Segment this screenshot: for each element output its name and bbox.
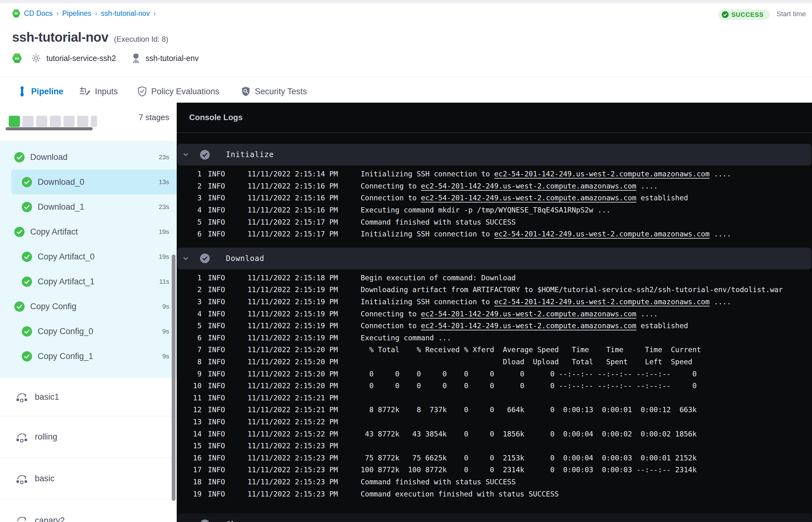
pipeline-item-label: rolling bbox=[35, 432, 57, 442]
log-level: INFO bbox=[208, 466, 225, 474]
progress-segment bbox=[50, 116, 61, 127]
log-line-number: 3 bbox=[177, 194, 202, 202]
section-gap bbox=[177, 243, 812, 248]
log-line: 11INFO11/11/2022 2:15:21 PM bbox=[177, 392, 812, 404]
service-name[interactable]: tutorial-service-ssh2 bbox=[46, 54, 116, 63]
policy-shield-icon bbox=[138, 86, 147, 97]
stage-row-download-0[interactable]: Download_013s bbox=[11, 169, 177, 195]
stages-count: 7 stages bbox=[139, 113, 169, 122]
log-timestamp: 11/11/2022 2:15:16 PM bbox=[247, 182, 338, 190]
log-line: 5INFO11/11/2022 2:15:17 PMCommand finish… bbox=[177, 216, 812, 228]
stage-row-copy-artifact-1[interactable]: Copy Artifact_111s bbox=[0, 269, 177, 294]
stage-label: Copy Artifact bbox=[30, 227, 78, 237]
log-line: 1INFO11/11/2022 2:15:18 PMBegin executio… bbox=[177, 272, 812, 284]
stages-header: 7 stages bbox=[0, 103, 177, 142]
sidebar-scrollbar[interactable] bbox=[172, 255, 176, 501]
pipeline-stage-icon bbox=[16, 392, 28, 403]
log-line-number: 15 bbox=[177, 442, 202, 450]
log-timestamp: 11/11/2022 2:15:20 PM bbox=[247, 382, 338, 390]
log-level: INFO bbox=[208, 218, 225, 226]
stage-row-copy-config-0[interactable]: Copy Config_09s bbox=[0, 319, 177, 344]
stage-row-copy-config[interactable]: Copy Config9s bbox=[0, 294, 177, 319]
window-chrome-strip bbox=[0, 0, 812, 3]
log-line-number: 17 bbox=[177, 466, 202, 474]
log-line: 4INFO11/11/2022 2:15:19 PMConnecting to … bbox=[177, 308, 812, 320]
log-level: INFO bbox=[208, 394, 225, 402]
log-section-header-cleanup[interactable]: Cleanup bbox=[177, 514, 811, 522]
stage-duration: 13s bbox=[159, 178, 169, 186]
inputs-icon bbox=[79, 86, 90, 97]
log-level: INFO bbox=[208, 322, 225, 330]
log-host-link[interactable]: ec2-54-201-142-249.us-west-2.compute.ama… bbox=[421, 322, 636, 330]
pipeline-item-rolling[interactable]: rolling bbox=[0, 416, 177, 458]
progress-segment bbox=[63, 116, 75, 127]
log-line-number: 13 bbox=[177, 418, 202, 426]
gear-icon bbox=[31, 53, 41, 63]
log-line-number: 6 bbox=[177, 230, 202, 238]
breadcrumb-link-ssh-tutorial-nov[interactable]: ssh-tutorial-nov bbox=[101, 9, 150, 18]
stages-scrollbar[interactable] bbox=[6, 127, 93, 130]
tab-policy-evaluations[interactable]: Policy Evaluations bbox=[138, 77, 219, 106]
stage-row-copy-artifact-0[interactable]: Copy Artifact_019s bbox=[0, 244, 177, 269]
log-level: INFO bbox=[208, 194, 225, 202]
log-section-header-initialize[interactable]: Initialize bbox=[177, 144, 811, 165]
log-timestamp: 11/11/2022 2:15:19 PM bbox=[247, 310, 338, 318]
log-host-link[interactable]: ec2-54-201-142-249.us-west-2.compute.ama… bbox=[421, 182, 636, 190]
log-level: INFO bbox=[208, 334, 225, 342]
log-message: Executing command mkdir -p /tmp/WYQNESE_… bbox=[361, 206, 610, 214]
log-message: Begin execution of command: Download bbox=[361, 274, 516, 282]
pipeline-item-basic[interactable]: basic bbox=[0, 458, 177, 500]
breadcrumb-link-cd-docs[interactable]: CD Docs bbox=[24, 9, 53, 18]
log-message: Connection to ec2-54-201-142-249.us-west… bbox=[361, 194, 688, 202]
log-timestamp: 11/11/2022 2:15:14 PM bbox=[247, 170, 338, 178]
log-message: Initializing SSH connection to ec2-54-20… bbox=[361, 230, 731, 238]
stage-row-download[interactable]: Download23s bbox=[0, 145, 177, 169]
log-timestamp: 11/11/2022 2:15:19 PM bbox=[247, 286, 338, 294]
log-level: INFO bbox=[208, 370, 225, 378]
pipeline-item-basic1[interactable]: basic1 bbox=[0, 378, 177, 416]
log-section-header-download[interactable]: Download bbox=[177, 248, 811, 269]
page-title-row: ssh-tutorial-nov (Execution Id: 8) bbox=[12, 30, 168, 45]
log-message: Connecting to ec2-54-201-142-249.us-west… bbox=[361, 182, 658, 190]
pipeline-execution-page: ∞ CD Docs›Pipelines›ssh-tutorial-nov› SU… bbox=[0, 0, 812, 522]
progress-segment bbox=[91, 116, 97, 127]
tab-security-tests[interactable]: Security Tests bbox=[241, 77, 307, 106]
log-host-link[interactable]: ec2-54-201-142-249.us-west-2.compute.ama… bbox=[494, 170, 709, 178]
stage-row-download-1[interactable]: Download_123s bbox=[0, 195, 177, 219]
stage-duration: 11s bbox=[159, 278, 169, 285]
chevron-right-icon[interactable] bbox=[182, 521, 189, 522]
log-level: INFO bbox=[208, 310, 225, 318]
log-host-link[interactable]: ec2-54-201-142-249.us-west-2.compute.ama… bbox=[494, 298, 709, 306]
log-host-link[interactable]: ec2-54-201-142-249.us-west-2.compute.ama… bbox=[421, 194, 636, 202]
chevron-down-icon[interactable] bbox=[182, 151, 189, 158]
log-message: Initializing SSH connection to ec2-54-20… bbox=[361, 170, 731, 178]
breadcrumb-link-pipelines[interactable]: Pipelines bbox=[62, 9, 91, 18]
log-message: 43 8772k 43 3854k 0 0 1856k 0 0:00:04 0:… bbox=[361, 430, 696, 438]
log-host-link[interactable]: ec2-54-201-142-249.us-west-2.compute.ama… bbox=[494, 230, 709, 238]
log-line: 1INFO11/11/2022 2:15:14 PMInitializing S… bbox=[177, 168, 812, 180]
success-check-icon bbox=[22, 277, 32, 287]
start-time-label: Start time bbox=[776, 10, 806, 18]
chevron-down-icon[interactable] bbox=[182, 255, 189, 262]
pipeline-item-canary2[interactable]: canary2 bbox=[0, 500, 177, 522]
log-line-number: 5 bbox=[177, 218, 202, 226]
log-line-number: 16 bbox=[177, 454, 202, 462]
log-level: INFO bbox=[208, 430, 225, 438]
log-timestamp: 11/11/2022 2:15:17 PM bbox=[247, 230, 338, 238]
stage-row-copy-config-1[interactable]: Copy Config_19s bbox=[0, 344, 177, 369]
log-timestamp: 11/11/2022 2:15:22 PM bbox=[247, 430, 338, 438]
tab-inputs[interactable]: Inputs bbox=[79, 77, 118, 106]
log-host-link[interactable]: ec2-54-201-142-249.us-west-2.compute.ama… bbox=[421, 310, 636, 318]
tab-label: Policy Evaluations bbox=[151, 87, 219, 97]
stage-label: Download bbox=[30, 153, 67, 162]
log-message: 8 8772k 8 737k 0 0 664k 0 0:00:13 0:00:0… bbox=[361, 406, 696, 414]
log-line-number: 18 bbox=[177, 478, 202, 486]
stage-row-copy-artifact[interactable]: Copy Artifact19s bbox=[0, 219, 177, 244]
log-message: Initializing SSH connection to ec2-54-20… bbox=[361, 298, 731, 306]
log-body: Initialize1INFO11/11/2022 2:15:14 PMInit… bbox=[177, 133, 812, 522]
pipeline-icon bbox=[17, 86, 27, 97]
log-line: 5INFO11/11/2022 2:15:19 PMConnection to … bbox=[177, 320, 812, 332]
environment-name[interactable]: ssh-tutorial-env bbox=[146, 54, 199, 63]
tab-label: Security Tests bbox=[255, 87, 307, 97]
tab-pipeline[interactable]: Pipeline bbox=[17, 77, 63, 106]
